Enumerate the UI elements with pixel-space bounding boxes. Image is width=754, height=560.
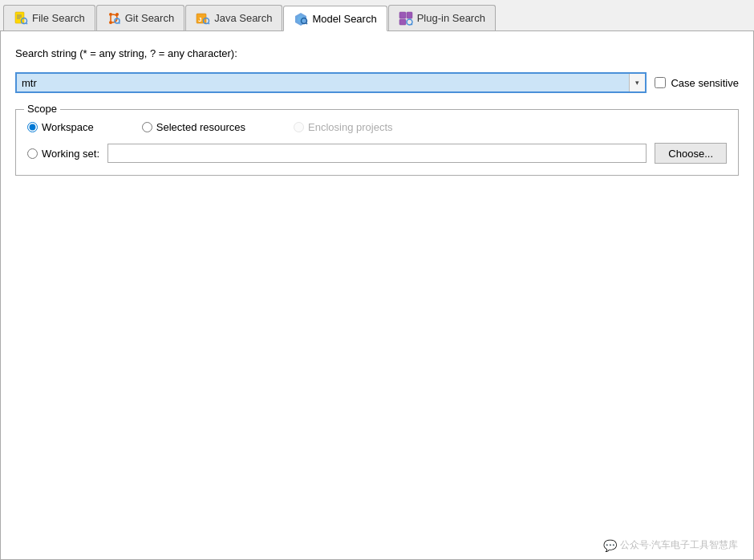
git-search-icon (107, 11, 121, 26)
tab-bar: File Search Git Search J (0, 0, 754, 31)
watermark-text: 公众号·汽车电子工具智慧库 (620, 538, 738, 552)
watermark-icon: 💬 (603, 539, 617, 552)
case-sensitive-checkbox[interactable] (655, 77, 666, 88)
scope-group: Scope Workspace Selected resources Enclo… (15, 109, 739, 176)
choose-button[interactable]: Choose... (655, 143, 727, 164)
watermark: 💬 公众号·汽车电子工具智慧库 (603, 538, 738, 552)
search-input-wrapper: ▾ (15, 72, 647, 93)
tab-java-search-label: Java Search (214, 12, 272, 24)
scope-enclosing-projects-option[interactable]: Enclosing projects (294, 121, 393, 133)
tab-file-search-label: File Search (32, 12, 85, 24)
working-set-label-wrapper[interactable]: Working set: (27, 148, 99, 160)
svg-point-8 (109, 21, 112, 24)
tab-git-search[interactable]: Git Search (96, 5, 184, 30)
tab-java-search[interactable]: J Java Search (185, 5, 282, 30)
svg-rect-21 (399, 19, 406, 25)
file-search-icon (14, 11, 28, 26)
scope-enclosing-projects-radio[interactable] (294, 122, 304, 132)
scope-workspace-radio[interactable] (27, 122, 38, 132)
tab-plugin-search-label: Plug-in Search (417, 12, 485, 24)
svg-point-6 (109, 13, 112, 16)
working-set-input[interactable] (107, 144, 647, 163)
scope-legend: Scope (24, 103, 60, 115)
tab-model-search-label: Model Search (312, 13, 376, 25)
plugin-search-icon (399, 11, 413, 26)
search-description-text: Search string (* = any string, ? = any c… (15, 47, 237, 59)
svg-line-19 (306, 23, 308, 25)
search-dropdown-arrow[interactable]: ▾ (629, 74, 645, 91)
scope-workspace-label: Workspace (42, 121, 94, 133)
svg-line-2 (26, 22, 28, 24)
working-set-row: Working set: Choose... (27, 143, 727, 164)
scope-selected-resources-radio[interactable] (142, 122, 152, 132)
search-input[interactable] (17, 74, 629, 91)
case-sensitive-label: Case sensitive (671, 77, 739, 89)
model-search-icon (294, 11, 308, 26)
svg-rect-0 (15, 12, 24, 23)
svg-line-24 (411, 23, 412, 25)
tab-plugin-search[interactable]: Plug-in Search (388, 5, 496, 30)
svg-rect-22 (407, 12, 412, 18)
main-container: File Search Git Search J (0, 0, 754, 560)
tab-model-search[interactable]: Model Search (283, 6, 387, 31)
search-description-label: Search string (* = any string, ? = any c… (15, 47, 739, 59)
working-set-label-text: Working set: (42, 148, 99, 160)
content-area: Search string (* = any string, ? = any c… (0, 31, 754, 560)
tab-git-search-label: Git Search (125, 12, 174, 24)
scope-options-row: Workspace Selected resources Enclosing p… (27, 121, 727, 133)
svg-rect-20 (399, 12, 406, 18)
tab-file-search[interactable]: File Search (3, 5, 95, 30)
scope-selected-resources-label: Selected resources (156, 121, 245, 133)
scope-selected-resources-option[interactable]: Selected resources (142, 121, 245, 133)
scope-workspace-option[interactable]: Workspace (27, 121, 94, 133)
java-search-icon: J (196, 11, 210, 26)
scope-working-set-radio[interactable] (27, 148, 38, 159)
svg-text:J: J (198, 16, 201, 23)
svg-line-11 (119, 22, 120, 24)
svg-line-15 (209, 22, 210, 24)
case-sensitive-row: Case sensitive (655, 77, 739, 89)
search-row: ▾ Case sensitive (15, 72, 739, 93)
scope-enclosing-projects-label: Enclosing projects (308, 121, 393, 133)
